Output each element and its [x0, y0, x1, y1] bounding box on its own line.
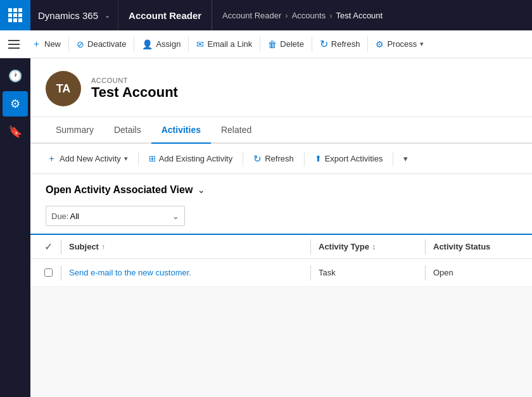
account-name: Test Account — [91, 84, 178, 101]
due-label: Due: — [51, 211, 68, 221]
dynamics-label: Dynamics 365 — [38, 10, 98, 21]
table-row: Send e-mail to the new customer. Task Op… — [30, 259, 532, 287]
sub-divider-1 — [138, 151, 139, 167]
tab-summary[interactable]: Summary — [46, 117, 104, 142]
refresh-button[interactable]: ↻ Refresh — [314, 30, 367, 58]
tab-details[interactable]: Details — [104, 117, 151, 142]
view-title-chevron-icon[interactable]: ⌄ — [198, 186, 205, 195]
app-name-label: Account Reader — [118, 0, 212, 30]
breadcrumb: Account Reader › Accounts › Test Account — [212, 11, 393, 20]
activities-table: ✓ Subject ↑ Activity Type ↕ Activity Sta… — [30, 234, 532, 287]
deactivate-icon: ⊘ — [77, 39, 84, 49]
main-layout: 🕐 ⚙ 🔖 TA ACCOUNT Test Account Summary De… — [0, 58, 532, 397]
account-info: ACCOUNT Test Account — [91, 77, 178, 101]
process-chevron-icon: ▾ — [420, 40, 424, 48]
export-activities-label: Export Activities — [325, 154, 383, 163]
subject-link[interactable]: Send e-mail to the new customer. — [69, 268, 191, 277]
toolbar-divider-3 — [188, 37, 189, 52]
more-options-button[interactable]: ▾ — [397, 146, 414, 172]
filter-bar: Due: All ⌄ — [30, 201, 532, 234]
process-icon: ⚙ — [376, 39, 384, 49]
row-checkbox[interactable] — [35, 268, 61, 277]
delete-icon: 🗑 — [268, 39, 277, 49]
delete-label: Delete — [280, 39, 304, 49]
waffle-grid-icon — [8, 8, 22, 22]
th-activity-status[interactable]: Activity Status — [426, 242, 527, 251]
assign-icon: 👤 — [142, 39, 153, 49]
deactivate-label: Deactivate — [87, 39, 126, 49]
type-sort-icon: ↕ — [372, 243, 376, 251]
more-chevron-icon: ▾ — [403, 154, 408, 163]
activities-sub-toolbar: ＋ Add New Activity ▾ ⊞ Add Existing Acti… — [30, 144, 532, 174]
new-button[interactable]: ＋ New — [25, 30, 67, 58]
th-activity-status-label: Activity Status — [433, 242, 490, 251]
main-toolbar: ＋ New ⊘ Deactivate 👤 Assign ✉ Email a Li… — [0, 30, 532, 58]
activities-refresh-label: Refresh — [265, 154, 294, 163]
app-switcher-button[interactable] — [0, 0, 30, 30]
sidebar-bookmark-icon[interactable]: 🔖 — [3, 119, 28, 144]
account-header: TA ACCOUNT Test Account — [30, 58, 532, 117]
add-new-activity-label: Add New Activity — [60, 154, 121, 163]
tab-activities[interactable]: Activities — [151, 117, 211, 142]
due-value: All — [70, 211, 170, 221]
deactivate-button[interactable]: ⊘ Deactivate — [70, 30, 132, 58]
activities-refresh-icon: ↻ — [253, 153, 262, 165]
add-new-icon: ＋ — [47, 153, 56, 165]
view-title-text: Open Activity Associated View — [46, 184, 193, 196]
account-type-label: ACCOUNT — [91, 77, 178, 84]
add-new-activity-button[interactable]: ＋ Add New Activity ▾ — [41, 146, 134, 172]
assign-button[interactable]: 👤 Assign — [136, 30, 187, 58]
email-link-label: Email a Link — [207, 39, 252, 49]
process-button[interactable]: ⚙ Process ▾ — [369, 30, 430, 58]
breadcrumb-sep-2: › — [329, 11, 332, 20]
dynamics-chevron-icon: ⌄ — [104, 11, 110, 20]
breadcrumb-accounts[interactable]: Accounts — [292, 11, 326, 20]
breadcrumb-app[interactable]: Account Reader — [222, 11, 281, 20]
hamburger-icon — [8, 40, 20, 49]
toolbar-divider-5 — [312, 37, 312, 52]
export-activities-button[interactable]: ⬆ Export Activities — [308, 146, 390, 172]
left-sidebar: 🕐 ⚙ 🔖 — [0, 58, 30, 397]
view-title: Open Activity Associated View ⌄ — [46, 184, 517, 196]
table-header-row: ✓ Subject ↑ Activity Type ↕ Activity Sta… — [30, 234, 532, 259]
th-subject[interactable]: Subject ↑ — [61, 242, 310, 251]
sidebar-gear-icon[interactable]: ⚙ — [3, 91, 28, 117]
delete-button[interactable]: 🗑 Delete — [262, 30, 310, 58]
breadcrumb-current: Test Account — [336, 11, 383, 20]
due-chevron-icon: ⌄ — [172, 211, 179, 221]
refresh-label: Refresh — [331, 39, 360, 49]
th-subject-label: Subject — [69, 242, 99, 251]
activities-refresh-button[interactable]: ↻ Refresh — [247, 146, 300, 172]
view-header: Open Activity Associated View ⌄ — [30, 174, 532, 201]
sub-divider-2 — [243, 151, 243, 167]
hamburger-menu-button[interactable] — [3, 30, 25, 58]
add-existing-activity-button[interactable]: ⊞ Add Existing Activity — [142, 146, 239, 172]
add-existing-activity-label: Add Existing Activity — [159, 154, 232, 163]
main-content: TA ACCOUNT Test Account Summary Details … — [30, 58, 532, 397]
new-icon: ＋ — [32, 38, 41, 50]
select-all-checkbox[interactable]: ✓ — [35, 241, 61, 253]
email-link-button[interactable]: ✉ Email a Link — [190, 30, 258, 58]
toolbar-divider-4 — [260, 37, 260, 52]
td-activity-status: Open — [426, 268, 527, 277]
th-activity-type-label: Activity Type — [319, 242, 369, 251]
toolbar-divider-2 — [134, 37, 134, 52]
export-icon: ⬆ — [315, 154, 322, 163]
td-activity-type: Task — [311, 268, 425, 277]
tabs-bar: Summary Details Activities Related — [30, 117, 532, 144]
toolbar-divider-6 — [367, 37, 368, 52]
dynamics-brand[interactable]: Dynamics 365 ⌄ — [30, 0, 118, 30]
new-label: New — [44, 39, 61, 49]
process-label: Process — [387, 39, 417, 49]
subject-sort-icon: ↑ — [101, 243, 105, 251]
row-select-checkbox[interactable] — [44, 268, 53, 277]
top-nav-bar: Dynamics 365 ⌄ Account Reader Account Re… — [0, 0, 532, 30]
email-icon: ✉ — [196, 39, 204, 49]
sidebar-clock-icon[interactable]: 🕐 — [3, 63, 28, 89]
toolbar-divider-1 — [68, 37, 69, 52]
th-activity-type[interactable]: Activity Type ↕ — [311, 242, 425, 251]
avatar: TA — [46, 71, 81, 106]
sub-divider-4 — [393, 151, 393, 167]
tab-related[interactable]: Related — [211, 117, 262, 142]
due-filter-dropdown[interactable]: Due: All ⌄ — [46, 206, 185, 226]
